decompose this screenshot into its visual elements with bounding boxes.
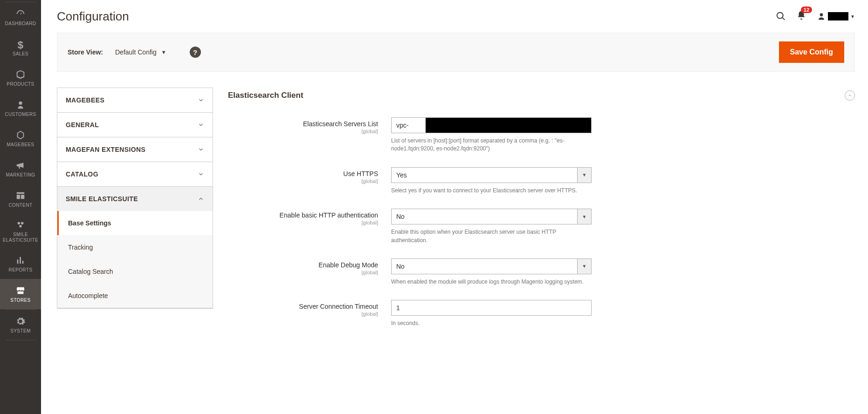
- debug-mode-select[interactable]: No ▼: [391, 258, 592, 274]
- field-label: Use HTTPS: [228, 170, 378, 177]
- save-config-button[interactable]: Save Config: [779, 41, 844, 63]
- nav-label: MAGEBEES: [7, 142, 34, 147]
- svg-point-1: [21, 222, 23, 225]
- megaphone-icon: [15, 160, 26, 170]
- gauge-icon: [15, 9, 26, 19]
- field-label-block: Use HTTPS [global]: [228, 167, 391, 195]
- sidepanel-section-magefan[interactable]: MAGEFAN EXTENSIONS: [57, 137, 213, 162]
- nav-label: DASHBOARD: [5, 21, 36, 26]
- field-input-block: No ▼ When enabled the module will produc…: [391, 258, 592, 286]
- nav-smile-elasticsuite[interactable]: SMILE ELASTICSUITE: [0, 214, 41, 249]
- field-debug-mode: Enable Debug Mode [global] No ▼ When ena…: [228, 258, 855, 286]
- field-basic-auth: Enable basic HTTP authentication [global…: [228, 209, 855, 244]
- nav-dashboard[interactable]: DASHBOARD: [0, 2, 41, 33]
- connection-timeout-input[interactable]: [391, 300, 592, 316]
- nav-marketing[interactable]: MARKETING: [0, 154, 41, 184]
- store-view-select[interactable]: Default Config ▼: [115, 48, 166, 56]
- basic-auth-select[interactable]: No ▼: [391, 209, 592, 224]
- sidepanel-sub-label: Autocomplete: [68, 292, 108, 299]
- store-view-value: Default Config: [115, 48, 157, 56]
- nav-reports[interactable]: REPORTS: [0, 249, 41, 279]
- caret-down-icon: ▼: [577, 209, 591, 224]
- layout-icon: [15, 190, 26, 201]
- account-menu[interactable]: ▼: [817, 12, 855, 21]
- field-label-block: Elasticsearch Servers List [global]: [228, 117, 391, 153]
- sidepanel-section-label: SMILE ELASTICSUITE: [66, 195, 138, 203]
- modules-icon: [15, 220, 26, 230]
- nav-products[interactable]: PRODUCTS: [0, 63, 41, 93]
- select-value: No: [396, 263, 405, 270]
- sidepanel-sub-base-settings[interactable]: Base Settings: [57, 211, 213, 235]
- sidepanel-section-smile-elasticsuite[interactable]: SMILE ELASTICSUITE: [57, 187, 213, 211]
- field-connection-timeout: Server Connection Timeout [global] In se…: [228, 300, 855, 327]
- dollar-icon: $: [18, 39, 24, 49]
- nav-system[interactable]: SYSTEM: [0, 310, 41, 340]
- top-icons: 12 ▼: [776, 10, 855, 22]
- config-sidepanel: MAGEBEES GENERAL MAGEFAN EXTENSIONS CATA…: [57, 88, 213, 309]
- box-icon: [15, 69, 26, 80]
- nav-label: CUSTOMERS: [5, 112, 36, 117]
- field-label-block: Server Connection Timeout [global]: [228, 300, 391, 327]
- es-servers-input-wrap: [391, 117, 592, 133]
- field-note: Enable this option when your Elasticsear…: [391, 228, 592, 244]
- nav-magebees[interactable]: MAGEBEES: [0, 123, 41, 154]
- field-label: Elasticsearch Servers List: [228, 120, 378, 128]
- field-scope: [global]: [228, 311, 378, 317]
- section-header[interactable]: Elasticsearch Client: [228, 88, 855, 117]
- nav-label: STORES: [10, 298, 30, 303]
- field-use-https: Use HTTPS [global] Yes ▼ Select yes if y…: [228, 167, 855, 195]
- sidepanel-sub-catalog-search[interactable]: Catalog Search: [57, 259, 213, 284]
- select-value: Yes: [396, 171, 407, 179]
- select-value: No: [396, 213, 405, 220]
- svg-point-0: [18, 222, 21, 225]
- main-content: Configuration 12 ▼ Store View: Default C…: [41, 0, 868, 414]
- chevron-down-icon: [198, 171, 204, 177]
- field-label: Server Connection Timeout: [228, 303, 378, 310]
- sidepanel-sub-autocomplete[interactable]: Autocomplete: [57, 284, 213, 308]
- account-name-redacted: [828, 12, 848, 20]
- top-bar: Configuration 12 ▼: [57, 0, 855, 33]
- field-note: List of servers in [host]:[port] format …: [391, 137, 592, 153]
- collapse-section-button[interactable]: [845, 90, 855, 101]
- es-servers-input[interactable]: [391, 117, 592, 133]
- store-view-label: Store View:: [68, 48, 103, 56]
- field-input-block: Yes ▼ Select yes if you want to connect …: [391, 167, 592, 195]
- field-scope: [global]: [228, 220, 378, 225]
- nav-sales[interactable]: $ SALES: [0, 33, 41, 63]
- caret-down-icon: ▼: [161, 49, 166, 55]
- field-scope: [global]: [228, 178, 378, 184]
- field-scope: [global]: [228, 129, 378, 134]
- chevron-up-icon: [198, 196, 204, 202]
- field-label-block: Enable basic HTTP authentication [global…: [228, 209, 391, 244]
- admin-nav: DASHBOARD $ SALES PRODUCTS CUSTOMERS MAG…: [0, 0, 41, 414]
- sidepanel-sub-label: Base Settings: [68, 219, 111, 227]
- sidepanel-section-label: MAGEBEES: [66, 96, 104, 104]
- nav-content[interactable]: CONTENT: [0, 184, 41, 214]
- field-label: Enable Debug Mode: [228, 261, 378, 269]
- notifications-button[interactable]: 12: [796, 10, 806, 22]
- field-label: Enable basic HTTP authentication: [228, 211, 378, 219]
- field-es-servers: Elasticsearch Servers List [global] List…: [228, 117, 855, 153]
- svg-point-2: [19, 225, 22, 228]
- barchart-icon: [15, 255, 26, 265]
- search-icon[interactable]: [776, 11, 786, 21]
- use-https-select[interactable]: Yes ▼: [391, 167, 592, 183]
- nav-stores[interactable]: STORES: [0, 279, 41, 309]
- nav-customers[interactable]: CUSTOMERS: [0, 93, 41, 123]
- sidepanel-sub-tracking[interactable]: Tracking: [57, 235, 213, 259]
- nav-label: SALES: [13, 51, 28, 56]
- person-icon: [15, 100, 26, 110]
- caret-down-icon: ▼: [577, 168, 591, 183]
- sidepanel-section-general[interactable]: GENERAL: [57, 113, 213, 137]
- sidepanel-section-magebees[interactable]: MAGEBEES: [57, 88, 213, 112]
- field-note: In seconds.: [391, 319, 592, 327]
- field-note: Select yes if you want to connect to you…: [391, 187, 592, 195]
- field-input-block: In seconds.: [391, 300, 592, 327]
- nav-label: SYSTEM: [10, 328, 31, 333]
- field-input-block: List of servers in [host]:[port] format …: [391, 117, 592, 153]
- notification-badge: 12: [801, 7, 812, 13]
- nav-label: SMILE ELASTICSUITE: [0, 232, 41, 243]
- help-button[interactable]: ?: [190, 47, 201, 58]
- nav-label: CONTENT: [8, 203, 32, 208]
- sidepanel-section-catalog[interactable]: CATALOG: [57, 162, 213, 186]
